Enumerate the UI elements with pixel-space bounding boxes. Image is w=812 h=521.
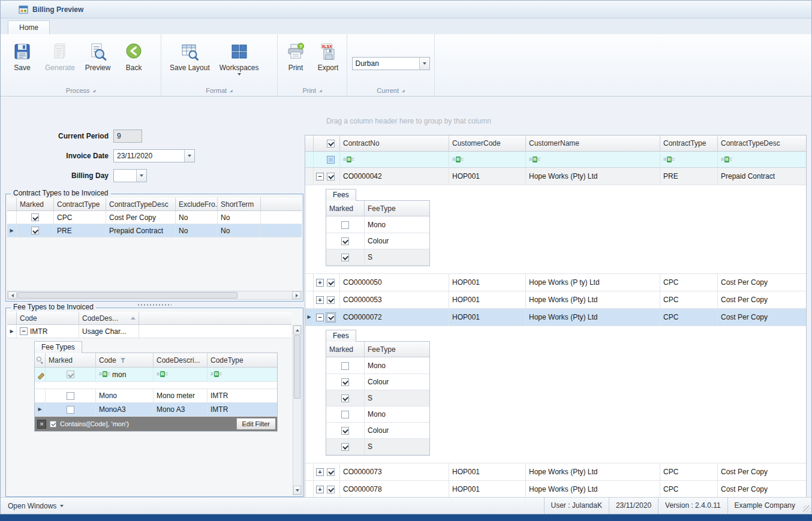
cell[interactable]: Hope Works (Pty) Ltd — [526, 309, 660, 326]
column-header-customercode[interactable]: CustomerCode — [449, 135, 526, 152]
marked-checkbox[interactable] — [67, 392, 74, 400]
dialog-launcher-icon[interactable] — [93, 89, 96, 92]
column-header-contracttypedesc[interactable]: ContractTypeDesc — [106, 198, 176, 211]
marked-checkbox[interactable] — [341, 237, 349, 245]
detail-tab-fees[interactable]: Fees — [326, 330, 356, 342]
column-header[interactable]: FeeType — [365, 201, 429, 216]
table-row[interactable]: S — [326, 390, 429, 406]
cell[interactable]: Colour — [365, 233, 429, 249]
cell[interactable]: HOP001 — [449, 291, 526, 309]
filter-customername-cell[interactable] — [526, 152, 660, 168]
table-row[interactable]: S — [326, 249, 429, 266]
marked-checkbox[interactable] — [341, 362, 349, 370]
detail-tab-fees[interactable]: Fees — [326, 189, 356, 201]
cell[interactable]: CPC — [660, 274, 718, 291]
cell[interactable]: S — [365, 249, 429, 266]
table-row[interactable]: MonoMono meterIMTR — [35, 389, 277, 403]
cell[interactable]: CO0000050 — [340, 274, 449, 291]
column-header[interactable]: Marked — [326, 342, 365, 357]
table-row[interactable]: CO0000078HOP001Hope Works (Pty) LtdCPCCo… — [305, 481, 806, 498]
cell[interactable]: Hope Works (Pty) Ltd — [526, 463, 660, 481]
auto-filter-row[interactable]: mon — [35, 368, 277, 382]
marked-cell[interactable] — [46, 403, 96, 417]
column-header[interactable]: Marked — [326, 201, 365, 216]
table-row[interactable]: Colour — [326, 423, 429, 439]
cell[interactable]: Prepaid Contract — [106, 224, 176, 237]
marked-checkbox[interactable] — [67, 406, 74, 414]
cell[interactable]: CPC — [660, 291, 718, 309]
column-header-codedesc[interactable]: CodeDes... — [79, 312, 139, 325]
dialog-launcher-icon[interactable] — [319, 89, 322, 92]
master-code-cell[interactable]: IMTR — [17, 325, 79, 338]
cell[interactable]: PRE — [660, 168, 718, 185]
combo-drop-button[interactable] — [184, 150, 194, 162]
cell[interactable]: MonoA3 — [96, 403, 154, 417]
current-period-input[interactable]: 9 — [113, 130, 142, 143]
cell[interactable]: Cost Per Copy — [718, 291, 806, 309]
tab-home[interactable]: Home — [8, 20, 50, 34]
cell[interactable]: Mono — [365, 406, 429, 423]
cell[interactable]: Colour — [365, 374, 429, 390]
column-header[interactable]: FeeType — [365, 342, 429, 357]
indeterminate-checkbox[interactable] — [327, 156, 335, 164]
cell[interactable]: HOP001 — [449, 274, 526, 291]
marked-cell[interactable] — [326, 439, 365, 455]
cell[interactable]: S — [365, 439, 429, 455]
cell[interactable]: Prepaid Contract — [718, 168, 806, 185]
marked-cell[interactable] — [46, 389, 96, 403]
back-button[interactable]: Back — [117, 39, 151, 72]
marked-checkbox[interactable] — [31, 213, 39, 221]
marked-cell[interactable] — [326, 423, 365, 439]
table-row[interactable]: Mono — [326, 217, 429, 233]
row-checkbox[interactable] — [327, 296, 335, 304]
expand-row-button[interactable] — [316, 486, 324, 493]
cell[interactable]: S — [365, 390, 429, 406]
scrollbar-thumb[interactable] — [294, 335, 300, 399]
column-header-contractno[interactable]: ContractNo — [340, 135, 449, 152]
filter-codedescription-cell[interactable] — [154, 368, 207, 382]
cell[interactable]: CPC — [660, 309, 718, 326]
marked-cell[interactable] — [326, 358, 365, 374]
column-header-shortterm[interactable]: ShortTerm — [218, 198, 261, 211]
save-button[interactable]: Save — [5, 39, 39, 72]
open-windows-button[interactable]: Open Windows — [1, 498, 71, 514]
marked-checkbox[interactable] — [341, 394, 349, 402]
cell[interactable]: Mono — [365, 217, 429, 233]
cell[interactable]: Cost Per Copy — [106, 211, 176, 224]
table-row[interactable]: MonoA3Mono A3IMTR — [35, 403, 277, 417]
cell[interactable]: Usage Char... — [79, 325, 139, 338]
column-header-codetype[interactable]: CodeType — [207, 353, 277, 368]
marked-cell[interactable] — [326, 233, 365, 249]
table-row[interactable]: CPCCost Per CopyNoNo — [7, 211, 302, 224]
column-header-codedescription[interactable]: CodeDescri... — [154, 353, 207, 368]
current-branch-combo[interactable]: Durban — [352, 57, 430, 70]
search-column-header[interactable] — [35, 353, 46, 368]
filter-contracttype-cell[interactable] — [660, 152, 718, 168]
marked-checkbox[interactable] — [341, 254, 349, 261]
billing-day-combo[interactable] — [113, 169, 147, 182]
table-row[interactable]: CO0000072HOP001Hope Works (Pty) LtdCPCCo… — [305, 309, 806, 326]
column-header-contracttype[interactable]: ContractType — [660, 135, 718, 152]
table-row[interactable]: CO0000050HOP001Hope Works (P ty) LtdCPCC… — [305, 274, 806, 291]
cell[interactable]: Colour — [365, 423, 429, 439]
resize-grip[interactable] — [803, 505, 810, 513]
scrollbar-track[interactable] — [293, 335, 301, 486]
cell[interactable]: CPC — [660, 463, 718, 481]
column-header-marked[interactable]: Marked — [46, 353, 96, 368]
column-header-marked[interactable]: Marked — [17, 198, 54, 211]
title-bar[interactable]: Billing Preview — [1, 1, 811, 19]
column-header-code[interactable]: Code — [17, 312, 79, 325]
marked-checkbox[interactable] — [31, 227, 39, 234]
select-all-header[interactable] — [314, 135, 340, 152]
edit-filter-button[interactable]: Edit Filter — [236, 418, 276, 430]
export-button[interactable]: XLSX Export — [312, 39, 344, 72]
combo-drop-button[interactable] — [419, 58, 429, 70]
collapse-row-button[interactable] — [20, 327, 28, 335]
cell[interactable]: HOP001 — [449, 309, 526, 326]
row-checkbox[interactable] — [327, 279, 335, 287]
horizontal-scrollbar[interactable] — [7, 291, 302, 300]
marked-checkbox[interactable] — [341, 443, 349, 451]
filter-marked-cell[interactable] — [46, 368, 96, 382]
preview-button[interactable]: Preview — [81, 39, 115, 72]
row-checkbox[interactable] — [327, 486, 335, 493]
